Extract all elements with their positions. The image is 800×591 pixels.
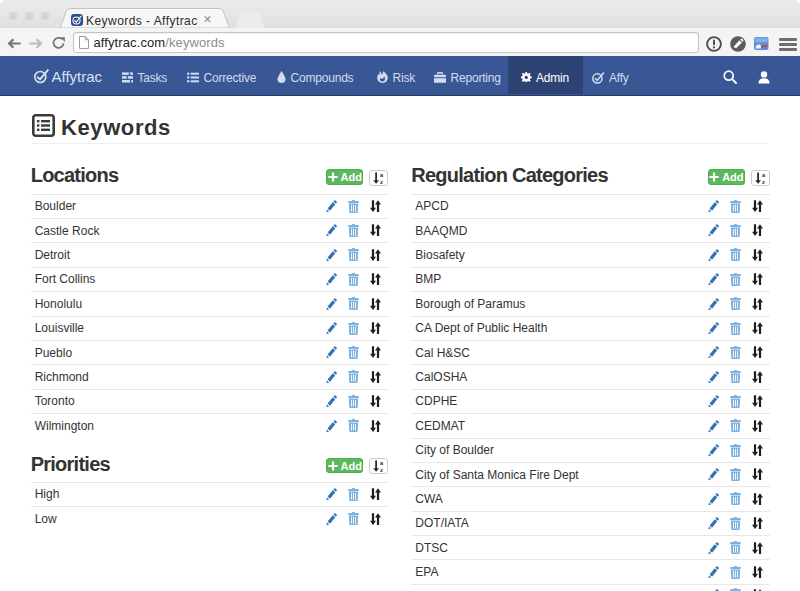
svg-text:z: z (762, 178, 765, 183)
svg-text:a: a (380, 172, 384, 178)
svg-text:z: z (380, 467, 383, 472)
svg-text:a: a (762, 172, 766, 178)
svg-text:a: a (380, 460, 384, 466)
svg-text:z: z (380, 178, 383, 183)
